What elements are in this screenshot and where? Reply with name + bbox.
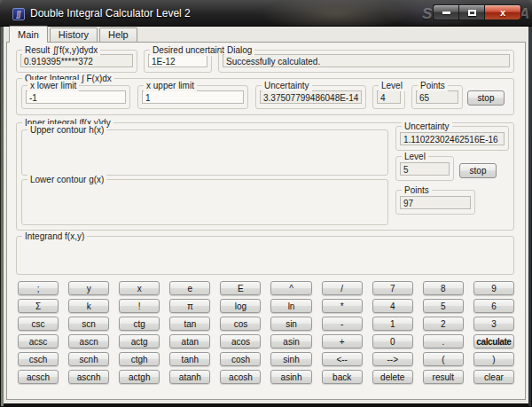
key-scnh[interactable]: scnh xyxy=(68,352,109,366)
key-8[interactable]: 8 xyxy=(423,281,464,295)
key-delete[interactable]: delete xyxy=(372,370,413,384)
key-7[interactable]: 7 xyxy=(372,281,413,295)
inner-level-label: Level xyxy=(402,151,428,162)
key-e[interactable]: e xyxy=(169,281,210,295)
key-calculate[interactable]: calculate xyxy=(473,334,514,348)
key-back[interactable]: back xyxy=(322,370,363,384)
lower-contour-label: Lower contour g(x) xyxy=(27,174,106,185)
key-([interactable]: ( xyxy=(423,352,464,366)
key-y[interactable]: y xyxy=(68,281,109,295)
key-Σ[interactable]: Σ xyxy=(18,299,59,313)
key-4[interactable]: 4 xyxy=(372,299,413,313)
key-scn[interactable]: scn xyxy=(68,317,109,331)
key-0[interactable]: 0 xyxy=(372,334,413,348)
key-sin[interactable]: sin xyxy=(270,317,311,331)
key-asinh[interactable]: asinh xyxy=(270,370,311,384)
key-cosh[interactable]: cosh xyxy=(220,352,261,366)
key-acosh[interactable]: acosh xyxy=(220,370,261,384)
inner-level-group: Level 5 xyxy=(395,156,454,181)
result-field: 0.919395*****372 xyxy=(20,54,133,67)
desired-uncertainty-group: Desired uncertainty xyxy=(144,50,212,73)
key-atan[interactable]: atan xyxy=(169,334,210,348)
key-)[interactable]: ) xyxy=(473,352,514,366)
key-<--[interactable]: <-- xyxy=(322,352,363,366)
key-;[interactable]: ; xyxy=(18,281,59,295)
key-^[interactable]: ^ xyxy=(270,281,311,295)
key-3[interactable]: 3 xyxy=(473,317,514,331)
outer-level-field: 4 xyxy=(377,90,401,104)
outer-points-label: Points xyxy=(418,80,448,91)
inner-uncertainty-field: 1.11022302462516E-16 xyxy=(400,132,505,145)
upper-contour-label: Upper contour h(x) xyxy=(27,124,106,136)
key-acos[interactable]: acos xyxy=(220,334,261,348)
x-upper-limit-input[interactable] xyxy=(142,90,244,104)
inner-stop-button[interactable]: stop xyxy=(459,163,497,178)
key-.[interactable]: . xyxy=(423,334,464,348)
outer-uncertainty-group: Uncertainty 3.37507799486048E-14 xyxy=(255,85,366,109)
key-csc[interactable]: csc xyxy=(18,317,59,331)
outer-level-group: Level 4 xyxy=(372,85,405,109)
close-button[interactable]: x xyxy=(484,4,521,20)
outer-points-field: 65 xyxy=(416,90,458,104)
key-*[interactable]: * xyxy=(322,299,363,313)
x-lower-limit-label: x lower limit xyxy=(27,80,79,91)
key-log[interactable]: log xyxy=(220,299,261,313)
key-result[interactable]: result xyxy=(423,370,464,384)
key-+[interactable]: + xyxy=(322,334,363,348)
integrand-group: Integrand f(x,y) xyxy=(16,236,514,275)
keypad: ;yxeE^/789Σk!πlogln*456cscscnctgtancossi… xyxy=(18,281,514,384)
inner-uncertainty-group: Uncertainty 1.11022302462516E-16 xyxy=(395,126,509,151)
key-atanh[interactable]: atanh xyxy=(169,370,210,384)
tab-history[interactable]: History xyxy=(50,27,98,42)
desired-uncertainty-input[interactable] xyxy=(148,54,207,67)
key-csch[interactable]: csch xyxy=(18,352,59,366)
result-group: Result ∬f(x,y)dydx 0.919395*****372 xyxy=(16,50,137,73)
key-ctg[interactable]: ctg xyxy=(119,317,160,331)
key-cos[interactable]: cos xyxy=(220,317,261,331)
outer-stop-button[interactable]: stop xyxy=(467,90,505,106)
tab-main[interactable]: Main xyxy=(9,26,48,43)
key-ascnh[interactable]: ascnh xyxy=(68,370,109,384)
key-clear[interactable]: clear xyxy=(473,370,514,384)
app-window: ∬ Double Integral Calculator Level 2 SOF… xyxy=(0,0,532,407)
key-ascn[interactable]: ascn xyxy=(68,334,109,348)
outer-uncertainty-label: Uncertainty xyxy=(262,80,312,91)
window-frame-right xyxy=(528,27,531,406)
key-6[interactable]: 6 xyxy=(473,299,514,313)
key-actg[interactable]: actg xyxy=(119,334,160,348)
key-ln[interactable]: ln xyxy=(270,299,311,313)
key-/[interactable]: / xyxy=(322,281,363,295)
key-2[interactable]: 2 xyxy=(423,317,464,331)
caption-buttons: x xyxy=(433,4,521,20)
key-π[interactable]: π xyxy=(169,299,210,313)
key-acsc[interactable]: acsc xyxy=(18,334,59,348)
key-x[interactable]: x xyxy=(119,281,160,295)
key-k[interactable]: k xyxy=(68,299,109,313)
x-upper-limit-label: x upper limit xyxy=(144,80,197,91)
lower-contour-group: Lower contour g(x) xyxy=(21,179,388,225)
key--[interactable]: - xyxy=(322,317,363,331)
key-tanh[interactable]: tanh xyxy=(169,352,210,366)
dialog-group: Dialog Successfully calculated. xyxy=(218,50,514,73)
key--->[interactable]: --> xyxy=(372,352,413,366)
key-5[interactable]: 5 xyxy=(423,299,464,313)
key-tan[interactable]: tan xyxy=(169,317,210,331)
minimize-button[interactable] xyxy=(433,4,458,20)
result-label: Result ∬f(x,y)dydx xyxy=(22,44,100,56)
key-asin[interactable]: asin xyxy=(270,334,311,348)
key-1[interactable]: 1 xyxy=(372,317,413,331)
key-sinh[interactable]: sinh xyxy=(270,352,311,366)
key-9[interactable]: 9 xyxy=(473,281,514,295)
key-![interactable]: ! xyxy=(119,299,160,313)
x-upper-limit-group: x upper limit xyxy=(137,85,248,109)
key-acsch[interactable]: acsch xyxy=(18,370,59,384)
key-actgh[interactable]: actgh xyxy=(119,370,160,384)
key-ctgh[interactable]: ctgh xyxy=(119,352,160,366)
close-icon: x xyxy=(500,7,505,18)
x-lower-limit-input[interactable] xyxy=(26,90,126,104)
key-E[interactable]: E xyxy=(220,281,261,295)
x-lower-limit-group: x lower limit xyxy=(21,85,130,109)
inner-uncertainty-label: Uncertainty xyxy=(402,121,452,132)
maximize-button[interactable] xyxy=(458,4,484,20)
tab-help[interactable]: Help xyxy=(99,27,137,42)
